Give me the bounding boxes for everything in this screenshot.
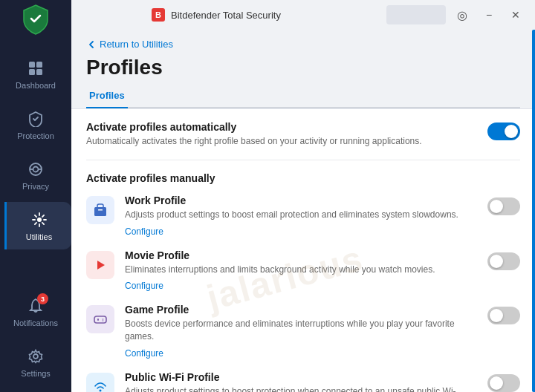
close-button[interactable]: ✕ xyxy=(505,4,526,25)
privacy-icon xyxy=(26,160,45,179)
work-profile-icon-wrap xyxy=(86,196,114,224)
game-profile-content: Game Profile Boosts device performance a… xyxy=(125,304,465,359)
svg-rect-13 xyxy=(94,316,106,323)
auto-activate-desc: Automatically activates the right profil… xyxy=(86,135,476,148)
game-profile-toggle[interactable] xyxy=(487,307,520,324)
sidebar-item-protection[interactable]: Protection xyxy=(5,101,66,148)
movie-profile-icon xyxy=(92,257,108,273)
notifications-badge: 3 xyxy=(37,293,48,304)
work-profile-content: Work Profile Adjusts product settings to… xyxy=(125,195,465,238)
svg-point-17 xyxy=(103,319,104,321)
protection-icon xyxy=(26,109,45,128)
minimize-button[interactable]: − xyxy=(479,4,499,25)
work-profile-configure[interactable]: Configure xyxy=(125,226,163,237)
game-profile-configure[interactable]: Configure xyxy=(125,348,163,359)
svg-rect-0 xyxy=(29,62,35,68)
svg-point-5 xyxy=(33,167,39,172)
bitdefender-logo: B xyxy=(152,8,165,22)
svg-rect-3 xyxy=(36,69,42,75)
wifi-profile-toggle[interactable] xyxy=(487,374,520,392)
utilities-icon xyxy=(30,210,49,229)
work-profile-toggle[interactable] xyxy=(487,197,520,215)
section-divider xyxy=(86,160,520,160)
sidebar-nav: Dashboard Protection Privacy xyxy=(0,50,71,249)
notifications-icon-wrap: 3 xyxy=(26,296,45,316)
privacy-label: Privacy xyxy=(22,182,49,191)
sidebar-item-settings[interactable]: Settings xyxy=(5,339,66,386)
app-logo xyxy=(19,2,52,35)
titlebar-title-area: B Bitdefender Total Security xyxy=(152,8,281,22)
titlebar: B Bitdefender Total Security ◎ − ✕ xyxy=(143,0,535,30)
movie-profile-name: Movie Profile xyxy=(125,249,465,261)
svg-rect-10 xyxy=(94,207,106,216)
settings-icon xyxy=(26,347,45,366)
profile-item-game: Game Profile Boosts device performance a… xyxy=(86,304,520,359)
svg-rect-2 xyxy=(29,69,35,75)
page-title: Profiles xyxy=(86,56,520,79)
game-profile-icon xyxy=(92,311,108,327)
protection-label: Protection xyxy=(17,131,54,140)
dashboard-label: Dashboard xyxy=(16,81,56,90)
profile-item-movie: Movie Profile Eliminates interruptions a… xyxy=(86,249,520,293)
svg-marker-12 xyxy=(97,261,105,270)
work-profile-name: Work Profile xyxy=(125,195,465,206)
notifications-label: Notifications xyxy=(13,318,58,327)
auto-activate-toggle[interactable] xyxy=(487,122,520,140)
auto-activate-section: Activate profiles automatically Automati… xyxy=(86,121,520,148)
wifi-profile-desc: Adjusts product settings to boost protec… xyxy=(125,385,465,392)
wifi-profile-name: Public Wi-Fi Profile xyxy=(125,371,465,383)
work-profile-desc: Adjusts product settings to boost email … xyxy=(125,209,465,221)
main-area: Return to Utilities Profiles Profiles ja… xyxy=(71,30,535,392)
svg-point-19 xyxy=(100,389,102,391)
auto-activate-title: Activate profiles automatically xyxy=(86,121,476,133)
sidebar-bottom: 3 Notifications Settings xyxy=(0,288,71,386)
app-title: Bitdefender Total Security xyxy=(171,10,281,21)
game-profile-icon-wrap xyxy=(86,305,114,333)
scroll-accent xyxy=(532,30,535,392)
game-profile-desc: Boosts device performance and eliminates… xyxy=(125,318,465,343)
work-profile-icon xyxy=(92,202,108,218)
sidebar-item-utilities[interactable]: Utilities xyxy=(4,202,71,249)
svg-point-18 xyxy=(103,321,104,322)
svg-rect-1 xyxy=(36,62,42,68)
search-box xyxy=(386,5,446,24)
sidebar-item-notifications[interactable]: 3 Notifications xyxy=(5,288,66,336)
page-header: Return to Utilities Profiles Profiles xyxy=(71,30,535,108)
content-area: jalarious Activate profiles automaticall… xyxy=(71,108,535,392)
chevron-left-icon xyxy=(86,39,97,50)
back-link[interactable]: Return to Utilities xyxy=(86,39,520,50)
tab-profiles[interactable]: Profiles xyxy=(86,85,128,108)
profile-item-wifi: Public Wi-Fi Profile Adjusts product set… xyxy=(86,371,520,392)
sidebar: Dashboard Protection Privacy xyxy=(0,0,71,392)
wifi-profile-icon-wrap xyxy=(86,373,114,392)
profile-item-work: Work Profile Adjusts product settings to… xyxy=(86,195,520,238)
svg-rect-11 xyxy=(98,209,103,211)
svg-point-8 xyxy=(37,218,42,222)
manual-activate-title: Activate profiles manually xyxy=(86,172,520,184)
target-icon[interactable]: ◎ xyxy=(452,4,473,25)
movie-profile-desc: Eliminates interruptions and limits back… xyxy=(125,264,465,276)
auto-activate-text: Activate profiles automatically Automati… xyxy=(86,121,476,148)
wifi-profile-content: Public Wi-Fi Profile Adjusts product set… xyxy=(125,371,465,392)
sidebar-item-dashboard[interactable]: Dashboard xyxy=(5,50,66,98)
svg-point-9 xyxy=(33,354,38,359)
movie-profile-icon-wrap xyxy=(86,251,114,279)
dashboard-icon xyxy=(26,59,45,78)
tab-bar: Profiles xyxy=(86,85,520,108)
utilities-label: Utilities xyxy=(26,232,52,241)
movie-profile-content: Movie Profile Eliminates interruptions a… xyxy=(125,249,465,293)
game-profile-name: Game Profile xyxy=(125,304,465,316)
wifi-profile-icon xyxy=(92,379,108,392)
titlebar-controls: ◎ − ✕ xyxy=(386,4,526,25)
settings-label: Settings xyxy=(21,369,51,378)
sidebar-item-privacy[interactable]: Privacy xyxy=(5,151,66,199)
movie-profile-configure[interactable]: Configure xyxy=(125,281,163,291)
movie-profile-toggle[interactable] xyxy=(487,252,520,270)
